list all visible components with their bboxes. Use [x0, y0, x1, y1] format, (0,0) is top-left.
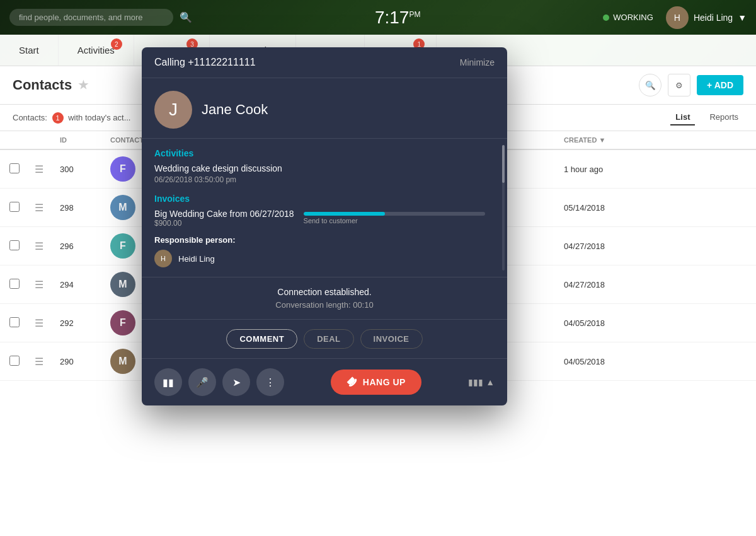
star-icon[interactable]: ★: [78, 78, 88, 92]
call-contact-name: Jane Cook: [202, 102, 268, 118]
row-menu-icon[interactable]: ☰: [35, 240, 60, 252]
dialpad-icon: ⋮: [265, 376, 275, 388]
settings-button[interactable]: ⚙: [668, 74, 690, 96]
invoice-progress: Send to customer: [304, 212, 485, 224]
row-menu-icon[interactable]: ☰: [35, 202, 60, 214]
forward-icon: ➤: [232, 376, 241, 388]
call-contact-info: J Jane Cook: [142, 78, 507, 139]
row-created: 04/27/2018: [564, 242, 658, 251]
call-action-tabs: COMMENT DEAL INVOICE: [142, 320, 507, 359]
row-checkbox[interactable]: [9, 356, 20, 366]
signal-icon[interactable]: ▮▮▮ ▲: [468, 377, 495, 387]
tab-invoice[interactable]: INVOICE: [360, 329, 423, 349]
filter-count-badge: 1: [52, 112, 64, 124]
nav-start[interactable]: Start: [0, 35, 59, 66]
row-menu-icon[interactable]: ☰: [35, 317, 60, 329]
header-actions: 🔍 ⚙ + ADD: [639, 74, 743, 96]
list-view-button[interactable]: List: [670, 110, 695, 125]
status-dot: [603, 15, 609, 21]
col-id: ID: [60, 136, 110, 144]
invoice-title: Big Wedding Cake from 06/27/2018: [154, 209, 294, 219]
contact-avatar: F: [110, 233, 135, 259]
nav-activities[interactable]: Activities 2: [59, 35, 134, 66]
row-checkbox[interactable]: [9, 317, 20, 327]
row-menu-icon[interactable]: ☰: [35, 356, 60, 368]
row-created: 04/05/2018: [564, 318, 658, 328]
call-contact-avatar: J: [154, 91, 192, 129]
activities-badge: 2: [111, 38, 122, 50]
filter-info: Contacts: 1 with today's act...: [13, 112, 130, 124]
status-label: WORKING: [613, 13, 653, 22]
call-connection-status: Connection established. Conversation len…: [142, 277, 507, 320]
row-menu-icon[interactable]: ☰: [35, 163, 60, 175]
conversation-length: Conversation length: 00:10: [154, 300, 495, 310]
dialpad-button[interactable]: ⋮: [256, 368, 284, 396]
user-name: Heidi Ling: [694, 13, 733, 23]
row-menu-icon[interactable]: ☰: [35, 279, 60, 291]
tab-comment[interactable]: COMMENT: [226, 329, 297, 349]
topbar: 🔍 7:17PM WORKING H Heidi Ling ▼: [0, 0, 756, 35]
avatar: H: [666, 6, 689, 29]
user-menu[interactable]: H Heidi Ling ▼: [666, 6, 747, 29]
row-id: 294: [60, 280, 110, 289]
row-created: 04/27/2018: [564, 280, 658, 289]
contact-avatar: F: [110, 310, 135, 335]
responsible-avatar: H: [154, 250, 172, 267]
scroll-track: [502, 145, 505, 271]
scroll-thumb: [502, 145, 505, 183]
mute-button[interactable]: 🎤: [188, 368, 216, 396]
search-input[interactable]: [9, 9, 173, 26]
progress-label: Send to customer: [304, 217, 485, 224]
activity-title: Wedding cake design discussion: [154, 163, 495, 173]
search-icon[interactable]: 🔍: [180, 11, 192, 23]
call-header: Calling +11122211111 Minimize: [142, 47, 507, 78]
activity-date: 06/26/2018 03:50:00 pm: [154, 175, 495, 184]
call-details-scroll: Activities Wedding cake design discussio…: [142, 139, 507, 277]
pause-button[interactable]: ▮▮: [154, 368, 182, 396]
search-button[interactable]: 🔍: [639, 74, 662, 96]
responsible-person: H Heidi Ling: [154, 250, 495, 267]
contact-avatar: F: [110, 156, 135, 182]
row-created: 04/05/2018: [564, 357, 658, 366]
view-switcher: List Reports: [670, 110, 743, 125]
row-created: 05/14/2018: [564, 203, 658, 213]
transfer-button[interactable]: ➤: [222, 368, 250, 396]
row-id: 290: [60, 357, 110, 366]
row-checkbox[interactable]: [9, 202, 20, 212]
control-buttons: ▮▮ 🎤 ➤ ⋮: [154, 368, 284, 396]
row-checkbox[interactable]: [9, 163, 20, 173]
row-checkbox[interactable]: [9, 279, 20, 289]
clock-display: 7:17PM: [192, 8, 603, 28]
phone-end-icon: ☎: [345, 375, 360, 390]
invoices-section-label: Invoices: [154, 194, 495, 204]
row-checkbox[interactable]: [9, 240, 20, 250]
row-id: 292: [60, 318, 110, 328]
col-created: CREATED ▼: [564, 136, 658, 144]
responsible-name: Heidi Ling: [178, 254, 215, 264]
activities-section-label: Activities: [154, 148, 495, 158]
pause-icon: ▮▮: [163, 376, 174, 388]
row-id: 298: [60, 203, 110, 213]
contact-avatar: M: [110, 195, 135, 220]
call-modal: Calling +11122211111 Minimize J Jane Coo…: [142, 47, 507, 405]
row-id: 300: [60, 165, 110, 174]
chevron-down-icon: ▼: [738, 13, 747, 23]
minimize-button[interactable]: Minimize: [460, 57, 495, 67]
microphone-icon: 🎤: [196, 376, 209, 388]
progress-bar-fill: [304, 212, 386, 216]
call-controls: ▮▮ 🎤 ➤ ⋮ ☎ HANG UP ▮▮▮ ▲: [142, 359, 507, 405]
connection-established: Connection established.: [154, 287, 495, 297]
contact-avatar: M: [110, 272, 135, 297]
invoice-amount: $900.00: [154, 219, 294, 228]
tab-deal[interactable]: DEAL: [304, 329, 353, 349]
page-title-group: Contacts ★: [13, 77, 88, 93]
page-title: Contacts: [13, 77, 72, 93]
row-created: 1 hour ago: [564, 165, 658, 174]
reports-view-button[interactable]: Reports: [704, 110, 743, 125]
add-contact-button[interactable]: + ADD: [697, 75, 743, 95]
contact-avatar: M: [110, 349, 135, 374]
hangup-button[interactable]: ☎ HANG UP: [331, 370, 421, 395]
invoice-row: Big Wedding Cake from 06/27/2018 $900.00…: [154, 209, 495, 228]
responsible-label: Responsible person:: [154, 235, 495, 245]
status-indicator: WORKING: [603, 13, 653, 22]
